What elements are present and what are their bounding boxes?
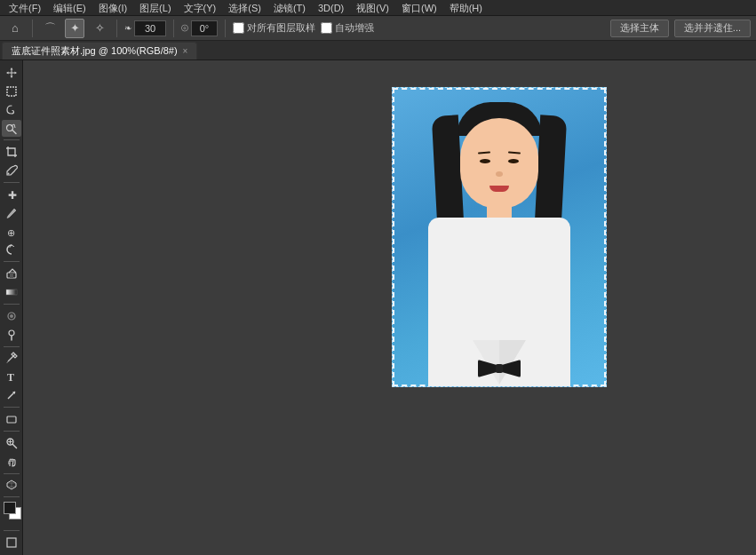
magic-wand-icon[interactable]: ✧ [90, 19, 109, 38]
options-separator-2 [116, 20, 117, 37]
tool-separator-2 [4, 182, 20, 183]
menu-text[interactable]: 文字(Y) [179, 0, 222, 16]
menu-select[interactable]: 选择(S) [223, 0, 267, 16]
brush-tool[interactable] [2, 204, 21, 222]
main-area: ✚ ⊕ [0, 60, 756, 555]
menu-view[interactable]: 视图(V) [351, 0, 394, 16]
svg-point-10 [9, 330, 14, 336]
size-input[interactable] [134, 20, 166, 36]
clone-stamp-tool[interactable]: ⊕ [2, 223, 21, 241]
tab-title: 蓝底证件照素材.jpg @ 100%(RGB/8#) [12, 44, 178, 58]
sample-all-layers-checkbox[interactable] [233, 22, 244, 34]
crop-tool[interactable] [2, 143, 21, 161]
photo-background [392, 87, 607, 387]
color-area [2, 502, 21, 527]
photo-canvas [392, 87, 607, 387]
person-figure [419, 102, 579, 386]
eyebrow-left [478, 151, 490, 154]
menu-help[interactable]: 帮助(H) [444, 0, 488, 16]
tool-separator-1 [4, 139, 20, 140]
menu-layer[interactable]: 图层(L) [134, 0, 176, 16]
menu-file[interactable]: 文件(F) [4, 0, 46, 16]
bow-right [502, 360, 521, 377]
face [460, 118, 538, 209]
angle-group: ⦾ [181, 20, 218, 36]
dodge-tool[interactable] [2, 326, 21, 344]
bow-left [478, 360, 497, 377]
menu-3d[interactable]: 3D(D) [313, 0, 349, 16]
menu-image[interactable]: 图像(I) [93, 0, 132, 16]
angle-icon: ⦾ [181, 23, 188, 34]
menu-edit[interactable]: 编辑(E) [48, 0, 92, 16]
select-and-mask-button[interactable]: 选并并遗住... [674, 20, 751, 37]
body [428, 218, 570, 386]
tool-separator-5 [4, 346, 20, 347]
tab-bar: 蓝底证件照素材.jpg @ 100%(RGB/8#) × [0, 41, 756, 60]
svg-rect-7 [6, 289, 17, 295]
menu-window[interactable]: 窗口(W) [396, 0, 442, 16]
auto-enhance-group: 自动增强 [321, 21, 374, 35]
svg-point-9 [10, 314, 13, 318]
sample-all-layers-label: 对所有图层取样 [247, 21, 315, 35]
select-subject-button[interactable]: 选择主体 [610, 20, 669, 37]
svg-text:⊕: ⊕ [7, 227, 15, 238]
eye-left [480, 159, 490, 163]
screen-mode-tool[interactable] [2, 534, 21, 551]
path-select-tool[interactable] [2, 386, 21, 404]
options-separator-3 [173, 20, 174, 37]
quick-select-icon[interactable]: ✦ [65, 19, 84, 38]
tool-separator-7 [4, 431, 20, 432]
eyedropper-tool[interactable] [2, 162, 21, 179]
tool-separator-9 [4, 496, 20, 497]
toolbar: ✚ ⊕ [0, 60, 23, 555]
options-separator-1 [32, 20, 33, 37]
bow-tie [478, 358, 521, 379]
eye-right [508, 159, 519, 163]
brush-options-icon[interactable]: ⌒ [40, 19, 60, 38]
gradient-tool[interactable] [2, 283, 21, 301]
move-tool[interactable] [2, 64, 21, 82]
svg-text:✚: ✚ [8, 189, 17, 201]
quick-select-tool[interactable] [2, 120, 21, 138]
shape-tool[interactable] [2, 410, 21, 428]
feather-icon: ❧ [124, 23, 131, 33]
eyebrow-right [508, 151, 521, 154]
history-brush-tool[interactable] [2, 242, 21, 259]
tool-separator-10 [4, 530, 20, 531]
canvas-area [23, 60, 756, 555]
eraser-tool[interactable] [2, 265, 21, 282]
svg-rect-0 [7, 87, 16, 96]
svg-rect-6 [10, 273, 13, 278]
auto-enhance-checkbox[interactable] [321, 22, 332, 34]
options-bar: ⌂ ⌒ ✦ ✧ ❧ ⦾ 对所有图层取样 自动增强 选择主体 选并并遗住... [0, 16, 756, 41]
menu-bar: 文件(F) 编辑(E) 图像(I) 图层(L) 文字(Y) 选择(S) 滤镜(T… [0, 0, 756, 16]
home-icon[interactable]: ⌂ [5, 19, 25, 38]
svg-point-2 [7, 173, 9, 175]
options-separator-4 [225, 20, 226, 37]
lasso-tool[interactable] [2, 101, 21, 119]
auto-enhance-label: 自动增强 [335, 21, 374, 35]
pen-tool[interactable] [2, 350, 21, 368]
zoom-tool[interactable] [2, 434, 21, 452]
menu-filter[interactable]: 滤镜(T) [268, 0, 311, 16]
svg-text:T: T [7, 371, 14, 383]
mouth [489, 186, 509, 192]
nose [496, 171, 503, 177]
tool-separator-8 [4, 473, 20, 474]
text-tool[interactable]: T [2, 368, 21, 385]
blur-tool[interactable] [2, 307, 21, 325]
angle-input[interactable] [191, 20, 218, 36]
marquee-tool[interactable] [2, 83, 21, 100]
document-tab[interactable]: 蓝底证件照素材.jpg @ 100%(RGB/8#) × [2, 42, 197, 59]
tab-close-button[interactable]: × [183, 47, 188, 56]
3d-tool[interactable] [2, 476, 21, 494]
hand-tool[interactable] [2, 453, 21, 471]
foreground-color-swatch[interactable] [4, 502, 16, 514]
sample-all-layers-group: 对所有图层取样 [233, 21, 315, 35]
svg-rect-15 [7, 538, 16, 547]
svg-rect-13 [7, 416, 16, 423]
bow-center [496, 364, 503, 373]
tool-separator-4 [4, 304, 20, 305]
canvas-background [23, 60, 756, 555]
heal-tool[interactable]: ✚ [2, 186, 21, 203]
